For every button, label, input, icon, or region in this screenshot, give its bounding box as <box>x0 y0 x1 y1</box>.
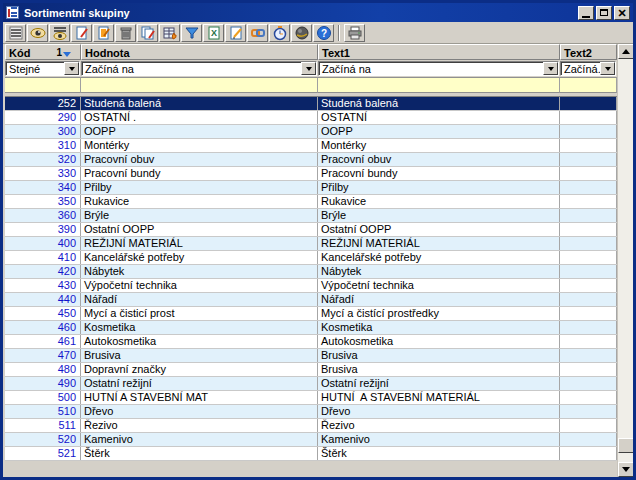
cell-text2 <box>560 237 617 250</box>
cell-kod: 330 <box>5 167 81 180</box>
table-row[interactable]: 410 Kancelářské potřeby Kancelářské potř… <box>5 251 617 265</box>
minimize-button[interactable] <box>578 6 594 20</box>
list-view-button[interactable] <box>5 24 26 42</box>
cell-text1: REŽIJNÍ MATERIÁL <box>318 237 560 250</box>
links-button[interactable] <box>247 24 268 42</box>
scroll-down-button[interactable] <box>618 462 634 477</box>
dropdown-button[interactable] <box>600 62 615 75</box>
cell-kod: 290 <box>5 111 81 124</box>
column-header-text2[interactable]: Text2 <box>560 44 617 60</box>
edit-record-button[interactable] <box>93 24 114 42</box>
cell-text1: Montérky <box>318 139 560 152</box>
chevron-down-icon <box>605 67 611 71</box>
cell-text1: Pracovní obuv <box>318 153 560 166</box>
filter-op-hodnota[interactable]: Začíná na <box>81 61 317 76</box>
column-header-hodnota[interactable]: Hodnota <box>81 44 318 60</box>
cell-kod: 400 <box>5 237 81 250</box>
table-row[interactable]: 450 Mycí a čisticí prost Mycí a čistící … <box>5 307 617 321</box>
copy-record-button[interactable] <box>137 24 158 42</box>
cell-text2 <box>560 265 617 278</box>
column-header-kod[interactable]: Kód 1 <box>5 44 81 60</box>
table-row[interactable]: 460 Kosmetika Kosmetika <box>5 321 617 335</box>
table-row[interactable]: 330 Pracovní bundy Pracovní bundy <box>5 167 617 181</box>
filter-button[interactable] <box>181 24 202 42</box>
eye-icon <box>30 25 46 41</box>
table-row[interactable]: 390 Ostatní OOPP Ostatní OOPP <box>5 223 617 237</box>
cell-text2 <box>560 293 617 306</box>
cell-hodnota: Kosmetika <box>81 321 318 334</box>
filter-op-value: Stejné <box>6 62 64 75</box>
cell-kod: 390 <box>5 223 81 236</box>
dropdown-button[interactable] <box>64 62 79 75</box>
table-row[interactable]: 520 Kamenivo Kamenivo <box>5 433 617 447</box>
filter-operator-row: Stejné Začíná na Začíná na Začíná... <box>5 60 617 77</box>
dropdown-button[interactable] <box>543 62 558 75</box>
trash-icon <box>118 25 134 41</box>
maximize-button[interactable] <box>596 6 612 20</box>
close-button[interactable]: ✕ <box>614 6 630 20</box>
dropdown-button[interactable] <box>301 62 316 75</box>
cell-kod: 500 <box>5 391 81 404</box>
cell-hodnota: Štěrk <box>81 447 318 460</box>
table-row[interactable]: 310 Montérky Montérky <box>5 139 617 153</box>
table-row[interactable]: 470 Brusiva Brusiva <box>5 349 617 363</box>
filter-op-kod[interactable]: Stejné <box>5 61 80 76</box>
filter-input-text1[interactable] <box>318 77 560 93</box>
print-button[interactable] <box>344 24 365 42</box>
note-edit-button[interactable] <box>225 24 246 42</box>
table-row[interactable]: 480 Dopravní značky Brusiva <box>5 363 617 377</box>
table-row[interactable]: 360 Brýle Brýle <box>5 209 617 223</box>
table-row[interactable]: 252 Studená balená Studená balená <box>5 97 617 111</box>
eye-detail-view-button[interactable] <box>49 24 70 42</box>
cell-text1: Brusiva <box>318 363 560 376</box>
table-row[interactable]: 340 Přilby Přilby <box>5 181 617 195</box>
cell-hodnota: Kancelářské potřeby <box>81 251 318 264</box>
scroll-up-button[interactable] <box>618 44 634 59</box>
table-row[interactable]: 510 Dřevo Dřevo <box>5 405 617 419</box>
table-row[interactable]: 430 Výpočetní technika Výpočetní technik… <box>5 279 617 293</box>
edit-document-icon <box>96 25 112 41</box>
table-row[interactable]: 500 HUTNÍ A STAVEBNÍ MAT HUTNÍ A STAVEBN… <box>5 391 617 405</box>
cell-hodnota: Výpočetní technika <box>81 279 318 292</box>
table-row[interactable]: 440 Nářadí Nářadí <box>5 293 617 307</box>
cell-kod: 420 <box>5 265 81 278</box>
sort-order: 1 <box>56 47 62 58</box>
table-row[interactable]: 400 REŽIJNÍ MATERIÁL REŽIJNÍ MATERIÁL <box>5 237 617 251</box>
excel-export-button[interactable]: X <box>203 24 224 42</box>
vertical-scrollbar[interactable] <box>617 44 633 477</box>
column-label: Hodnota <box>85 47 130 59</box>
cell-kod: 450 <box>5 307 81 320</box>
filter-input-kod[interactable] <box>5 77 81 93</box>
scrollbar-thumb[interactable] <box>618 438 634 453</box>
table-row[interactable]: 490 Ostatní režijní Ostatní režijní <box>5 377 617 391</box>
table-row[interactable]: 350 Rukavice Rukavice <box>5 195 617 209</box>
table-row[interactable]: 320 Pracovní obuv Pracovní obuv <box>5 153 617 167</box>
cell-hodnota: HUTNÍ A STAVEBNÍ MAT <box>81 391 318 404</box>
filter-op-text2[interactable]: Začíná... <box>560 61 616 76</box>
list-view-icon <box>8 25 24 41</box>
globe-button[interactable] <box>291 24 312 42</box>
window-title: Sortimentní skupiny <box>24 7 578 19</box>
table-row[interactable]: 461 Autokosmetika Autokosmetika <box>5 335 617 349</box>
cell-text2 <box>560 349 617 362</box>
table-row[interactable]: 300 OOPP OOPP <box>5 125 617 139</box>
eye-view-button[interactable] <box>27 24 48 42</box>
filter-value-row <box>5 77 617 93</box>
column-header-text1[interactable]: Text1 <box>318 44 560 60</box>
filter-input-hodnota[interactable] <box>81 77 318 93</box>
table-row[interactable]: 521 Štěrk Štěrk <box>5 447 617 461</box>
cell-hodnota: Kamenivo <box>81 433 318 446</box>
delete-record-button[interactable] <box>115 24 136 42</box>
app-window: Sortimentní skupiny ✕ X ? Kód <box>0 0 636 480</box>
cell-text2 <box>560 419 617 432</box>
help-button[interactable]: ? <box>313 24 334 42</box>
filter-op-text1[interactable]: Začíná na <box>318 61 559 76</box>
bulk-change-button[interactable] <box>159 24 180 42</box>
filter-input-text2[interactable] <box>560 77 617 93</box>
table-row[interactable]: 290 OSTATNÍ . OSTATNÍ <box>5 111 617 125</box>
table-row[interactable]: 511 Řezivo Řezivo <box>5 419 617 433</box>
table-row[interactable]: 420 Nábytek Nábytek <box>5 265 617 279</box>
new-record-button[interactable] <box>71 24 92 42</box>
cell-hodnota: Ostatní režijní <box>81 377 318 390</box>
history-stopwatch-button[interactable] <box>269 24 290 42</box>
